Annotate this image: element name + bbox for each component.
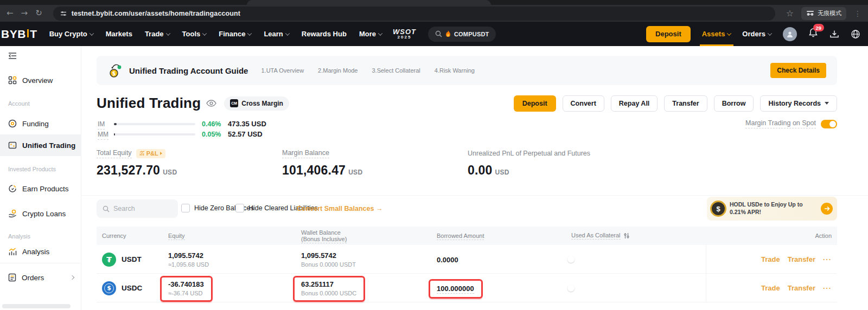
nav-item-trade[interactable]: Trade bbox=[145, 30, 170, 38]
collateral-settings-icon[interactable] bbox=[623, 232, 630, 239]
promo-arrow-button[interactable] bbox=[821, 203, 833, 215]
transfer-button[interactable]: Transfer bbox=[664, 95, 707, 112]
bookmark-star-icon[interactable]: ☆ bbox=[786, 9, 794, 18]
borrow-button[interactable]: Borrow bbox=[714, 95, 754, 112]
collateral-cell bbox=[571, 283, 706, 293]
sidebar-item-orders[interactable]: Orders bbox=[0, 268, 81, 287]
nav-deposit-button[interactable]: Deposit bbox=[646, 26, 691, 42]
download-app-button[interactable] bbox=[829, 29, 839, 39]
table-row-usdt: ₮ USDT 1,095.5742 ≈1,095.68 USD 1,095.57… bbox=[97, 245, 837, 274]
nav-item-tools[interactable]: Tools bbox=[182, 30, 207, 38]
chevron-down-icon bbox=[285, 31, 290, 35]
pnl-chart-icon bbox=[139, 151, 145, 156]
nav-item-more[interactable]: More bbox=[359, 30, 382, 38]
convert-button[interactable]: Convert bbox=[563, 95, 604, 112]
wsot-2025-logo[interactable]: WSOT 2025 bbox=[393, 28, 416, 40]
guide-step-3: 3.Select Collateral bbox=[372, 67, 420, 74]
margin-trading-toggle[interactable] bbox=[821, 120, 837, 128]
checkbox-icon[interactable] bbox=[235, 204, 244, 212]
url-text: testnet.bybit.com/user/assets/home/tradi… bbox=[72, 10, 240, 17]
collateral-cell bbox=[571, 255, 706, 264]
sidebar-collapse-button[interactable] bbox=[0, 49, 81, 62]
cross-margin-icon: CM bbox=[230, 99, 238, 107]
nav-search[interactable]: COMPUSDT bbox=[428, 27, 496, 42]
browser-active-tab[interactable] bbox=[247, 0, 491, 5]
stat-unrealized-pnl: Unrealized PnL of Perpetual and Futures … bbox=[468, 148, 653, 178]
nav-item-orders[interactable]: Orders bbox=[742, 30, 771, 38]
chevron-down-icon bbox=[727, 31, 731, 35]
unrealized-pnl-label: Unrealized PnL of Perpetual and Futures bbox=[468, 150, 590, 157]
sidebar-item-overview[interactable]: Overview bbox=[0, 71, 81, 89]
annotation-box-equity: -36.740183 ≈-36.74 USD bbox=[160, 276, 213, 302]
hide-balance-eye-icon[interactable] bbox=[206, 100, 216, 107]
currency-symbol: USDC bbox=[122, 284, 142, 292]
sidebar-section-analysis: Analysis bbox=[8, 233, 30, 240]
reload-icon[interactable]: ↻ bbox=[35, 9, 42, 17]
notification-badge: 29 bbox=[813, 24, 824, 31]
margin-balance-label: Margin Balance bbox=[282, 149, 329, 158]
arrow-right-icon bbox=[824, 206, 830, 211]
more-actions-icon[interactable]: ··· bbox=[823, 284, 832, 292]
nav-item-finance[interactable]: Finance bbox=[219, 30, 251, 38]
guide-step-4: 4.Risk Warning bbox=[435, 67, 475, 74]
nav-item-rewards-hub[interactable]: Rewards Hub bbox=[302, 30, 347, 38]
mm-label: MM bbox=[98, 131, 114, 138]
im-progress-bar bbox=[114, 123, 195, 125]
sidebar-item-analysis[interactable]: Analysis bbox=[0, 242, 81, 261]
chevron-down-icon bbox=[247, 31, 252, 35]
sidebar-item-earn-products[interactable]: Earn Products bbox=[0, 179, 81, 198]
address-bar[interactable]: testnet.bybit.com/user/assets/home/tradi… bbox=[53, 7, 775, 21]
search-input[interactable] bbox=[113, 205, 168, 212]
check-details-button[interactable]: Check Details bbox=[770, 63, 826, 78]
usde-promo-banner[interactable]: $ HODL USDe to Enjoy Up to 0.21% APR! bbox=[707, 197, 837, 221]
transfer-link[interactable]: Transfer bbox=[788, 255, 815, 263]
trade-link[interactable]: Trade bbox=[761, 284, 780, 292]
bybit-logo[interactable]: BYBT bbox=[1, 28, 37, 41]
total-equity-label: Total Equity bbox=[97, 149, 132, 158]
search-icon bbox=[103, 205, 110, 212]
sidebar-item-unified-trading[interactable]: Unified Trading bbox=[0, 134, 81, 156]
nav-item-learn[interactable]: Learn bbox=[264, 30, 289, 38]
browser-chrome: ← → ↻ testnet.bybit.com/user/assets/home… bbox=[0, 0, 868, 22]
nav-item-markets[interactable]: Markets bbox=[106, 30, 132, 38]
funding-icon bbox=[8, 119, 17, 128]
sidebar-item-crypto-loans[interactable]: Crypto Loans bbox=[0, 204, 81, 223]
promo-text: HODL USDe to Enjoy Up to 0.21% APR! bbox=[730, 201, 818, 216]
history-records-button[interactable]: History Records bbox=[760, 95, 837, 112]
avatar[interactable] bbox=[783, 27, 797, 41]
uta-guide-banner: $ Unified Trading Account Guide 1.UTA Ov… bbox=[97, 56, 837, 85]
page-title: Unified Trading bbox=[97, 95, 201, 112]
transfer-link[interactable]: Transfer bbox=[788, 284, 815, 292]
equity-cell: -36.740183 ≈-36.74 USD bbox=[168, 279, 301, 298]
currency-symbol: USDT bbox=[122, 255, 142, 263]
nav-item-assets[interactable]: Assets bbox=[702, 22, 731, 46]
sidebar-bottom-divider bbox=[2, 304, 71, 308]
action-cell: Trade Transfer ··· bbox=[706, 255, 832, 263]
more-actions-icon[interactable]: ··· bbox=[823, 255, 832, 263]
asset-search-box[interactable] bbox=[97, 199, 178, 218]
pnl-badge[interactable]: P&L bbox=[136, 149, 165, 158]
globe-icon bbox=[851, 29, 860, 39]
site-settings-icon[interactable] bbox=[60, 10, 67, 17]
notifications-bell[interactable]: 29 bbox=[808, 28, 818, 40]
chevron-down-icon bbox=[825, 102, 829, 105]
action-column-divider bbox=[706, 245, 706, 302]
trade-link[interactable]: Trade bbox=[761, 255, 780, 263]
sidebar-item-funding[interactable]: Funding bbox=[0, 114, 81, 133]
margin-trading-label: Margin Trading on Spot bbox=[745, 119, 816, 128]
convert-small-balances-link[interactable]: Convert Small Balances → bbox=[297, 205, 382, 212]
section-divider bbox=[82, 195, 868, 196]
browser-menu-icon[interactable]: ⋮ bbox=[854, 9, 861, 18]
sidebar-section-invested-products: Invested Products bbox=[8, 166, 56, 172]
stat-margin-balance: Margin Balance 101,406.47USD bbox=[282, 148, 468, 178]
back-icon[interactable]: ← bbox=[7, 9, 14, 17]
forward-icon[interactable]: → bbox=[21, 9, 28, 17]
margin-mode-badge[interactable]: CM Cross Margin bbox=[224, 96, 289, 111]
guide-steps: 1.UTA Overview 2.Margin Mode 3.Select Co… bbox=[261, 67, 474, 74]
deposit-button[interactable]: Deposit bbox=[514, 95, 556, 112]
checkbox-icon[interactable] bbox=[181, 204, 190, 212]
nav-item-buy-crypto[interactable]: Buy Crypto bbox=[49, 30, 93, 38]
repay-all-button[interactable]: Repay All bbox=[611, 95, 658, 112]
language-selector[interactable] bbox=[851, 29, 860, 39]
annotation-box-borrowed: 100.000000 bbox=[429, 279, 483, 299]
